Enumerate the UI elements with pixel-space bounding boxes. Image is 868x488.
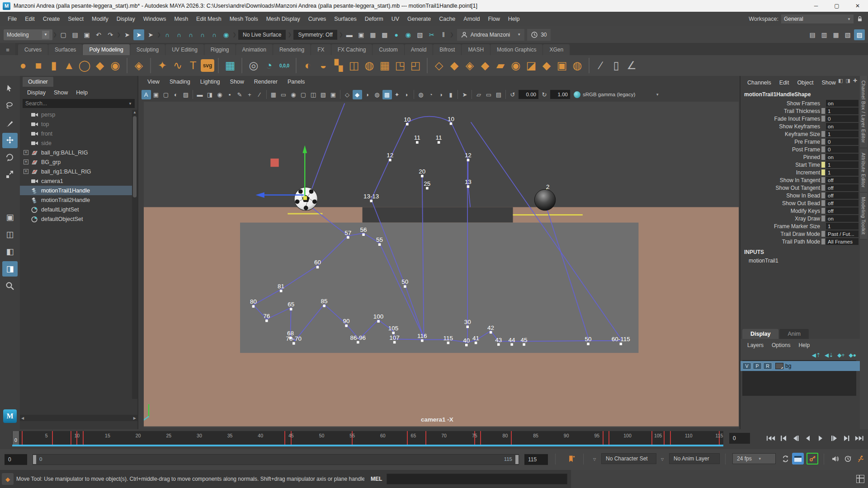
trail-keyframe-marker[interactable]: [389, 159, 392, 161]
symmetry-field[interactable]: Symmetry: Off: [293, 30, 337, 40]
cut-icon[interactable]: ✂: [426, 29, 437, 40]
trail-keyframe-marker[interactable]: [393, 341, 396, 343]
channel-value-field[interactable]: off: [826, 192, 859, 199]
channel-value-field[interactable]: on: [826, 123, 859, 130]
channel-value-field[interactable]: on: [826, 100, 859, 107]
shelf-tab-fx-caching[interactable]: FX Caching: [331, 44, 373, 55]
viewport-toolbar-icon[interactable]: ◉: [289, 90, 298, 99]
menu-help[interactable]: Help: [504, 14, 524, 24]
channel-value-field[interactable]: off: [826, 200, 859, 206]
toggle-attribute-editor-icon[interactable]: ▧: [842, 29, 853, 40]
shelf-tab-xgen[interactable]: XGen: [543, 44, 570, 55]
menu-mesh-tools[interactable]: Mesh Tools: [226, 14, 262, 24]
menu-arnold[interactable]: Arnold: [459, 14, 484, 24]
duplicate-face-icon[interactable]: ▰: [493, 57, 508, 74]
toggle-channel-box-icon[interactable]: ▦: [830, 29, 841, 40]
pause-icon[interactable]: ‖: [438, 29, 449, 40]
shelf-tab-uv-editing[interactable]: UV Editing: [165, 44, 204, 55]
channel-value-field[interactable]: 0: [826, 146, 859, 153]
viewport-toolbar-icon[interactable]: ▱: [474, 90, 484, 99]
shelf-tab-mash[interactable]: MASH: [462, 44, 490, 55]
menu-mesh-display[interactable]: Mesh Display: [262, 14, 304, 24]
viewport-toolbar-icon[interactable]: ✎: [235, 90, 245, 99]
trail-keyframe-marker[interactable]: [510, 343, 513, 346]
outliner-item-ball-rig-ball-rig[interactable]: +ball_rig:BALL_RIG: [20, 148, 137, 157]
render-settings-icon[interactable]: ▦: [368, 29, 378, 40]
shelf-tab-sculpting[interactable]: Sculpting: [130, 44, 165, 55]
outliner-item-bg-grp[interactable]: +BG_grp: [20, 157, 137, 167]
layer-menu-help[interactable]: Help: [795, 341, 813, 349]
channel-key-state[interactable]: [821, 216, 825, 221]
menu-uv[interactable]: UV: [387, 14, 403, 24]
channel-key-state[interactable]: [821, 139, 825, 145]
viewport-toolbar-icon[interactable]: ▭: [279, 90, 288, 99]
viewport-toolbar-icon[interactable]: ▦: [269, 90, 278, 99]
channel-key-state[interactable]: [821, 123, 825, 129]
snap-center-icon[interactable]: ∩: [197, 29, 208, 40]
save-scene-icon[interactable]: ▣: [81, 29, 92, 40]
outliner-horizontal-scrollbar[interactable]: ◀ ▶: [20, 415, 137, 421]
maximize-button[interactable]: ▢: [826, 0, 847, 12]
redo-icon[interactable]: ↷: [105, 29, 116, 40]
trail-keyframe-marker[interactable]: [587, 343, 590, 345]
channel-key-state[interactable]: [821, 185, 825, 191]
toggle-sidebar-icon[interactable]: ▨: [854, 29, 865, 40]
menu-cache[interactable]: Cache: [435, 14, 459, 24]
channel-value-field[interactable]: on: [826, 154, 859, 160]
outliner-search-input[interactable]: Search... ▼: [23, 99, 135, 108]
trail-keyframe-marker[interactable]: [406, 123, 409, 125]
scroll-up-icon[interactable]: ▲: [132, 110, 137, 116]
playback-loop-icon[interactable]: [779, 453, 791, 465]
trail-keyframe-marker[interactable]: [378, 243, 381, 245]
target-weld-icon[interactable]: ◍: [570, 57, 585, 74]
anim-layer-selector[interactable]: No Anim Layer: [669, 453, 720, 464]
trail-keyframe-marker[interactable]: [292, 342, 295, 344]
trail-keyframe-marker[interactable]: [490, 331, 492, 333]
channel-value-field[interactable]: 1: [826, 161, 859, 168]
fill-hole-icon[interactable]: ▦: [377, 57, 392, 74]
layout-hypershade[interactable]: ◨: [2, 261, 18, 277]
channel-hyperbolic-icon[interactable]: ✚: [853, 78, 857, 84]
hypershade-icon[interactable]: ●: [391, 29, 402, 40]
menu-mesh[interactable]: Mesh: [170, 14, 193, 24]
frame-hint-indicator[interactable]: 30: [527, 29, 550, 41]
expand-toggle-icon[interactable]: +: [24, 169, 28, 174]
minimize-button[interactable]: ─: [806, 0, 826, 12]
channel-box-menu-show[interactable]: Show: [819, 79, 839, 87]
outliner-item-top[interactable]: top: [20, 119, 137, 129]
bridge-icon[interactable]: ◈: [462, 57, 477, 74]
move-layer-down-icon[interactable]: ◀⇣: [825, 352, 833, 358]
viewport-toolbar-icon[interactable]: ▮: [446, 90, 456, 99]
outliner-item-motiontrail1handle[interactable]: motionTrail1Handle: [20, 186, 137, 195]
layer-visible-toggle[interactable]: V: [742, 362, 751, 370]
boolean-difference-icon[interactable]: ◒: [316, 57, 331, 74]
gamma-icon[interactable]: ↻: [540, 90, 549, 99]
menu-deform[interactable]: Deform: [361, 14, 387, 24]
multi-cut-icon[interactable]: ▣: [554, 57, 570, 74]
playblast-icon[interactable]: [792, 453, 804, 465]
side-tab-attribute-editor[interactable]: Attribute Editor: [860, 148, 867, 192]
outliner-item-defaultobjectset[interactable]: defaultObjectSet: [20, 214, 137, 224]
channel-key-state[interactable]: [821, 223, 825, 229]
outliner-menu-help[interactable]: Help: [72, 89, 91, 97]
smooth-icon[interactable]: ◳: [392, 57, 408, 74]
viewport-menu-show[interactable]: Show: [226, 77, 249, 86]
channel-value-field[interactable]: 1: [826, 223, 859, 230]
viewport-toolbar-icon[interactable]: +: [245, 90, 255, 99]
shelf-tab-bifrost[interactable]: Bifrost: [433, 44, 461, 55]
channel-key-state[interactable]: [821, 116, 825, 122]
zero-pivot-icon[interactable]: 0,0,0: [277, 57, 292, 74]
viewport-toolbar-icon[interactable]: ▣: [329, 90, 338, 99]
channel-display-icon[interactable]: ◧: [838, 78, 843, 84]
layout-zoom[interactable]: [2, 278, 18, 294]
trail-keyframe-marker[interactable]: [467, 185, 470, 188]
boolean-union-icon[interactable]: ◐: [300, 57, 316, 74]
offset-edge-loop-icon[interactable]: ▯: [609, 57, 624, 74]
channel-value-field[interactable]: Past / Fut...: [826, 230, 859, 237]
live-surface-field[interactable]: No Live Surface: [238, 30, 286, 40]
trail-keyframe-marker[interactable]: [475, 342, 477, 344]
viewport-toolbar-icon[interactable]: ▨: [181, 90, 191, 99]
menu-generate[interactable]: Generate: [403, 14, 435, 24]
chevron-down-icon[interactable]: ▽: [593, 457, 596, 461]
platonic-solid-icon[interactable]: ◈: [131, 57, 146, 74]
